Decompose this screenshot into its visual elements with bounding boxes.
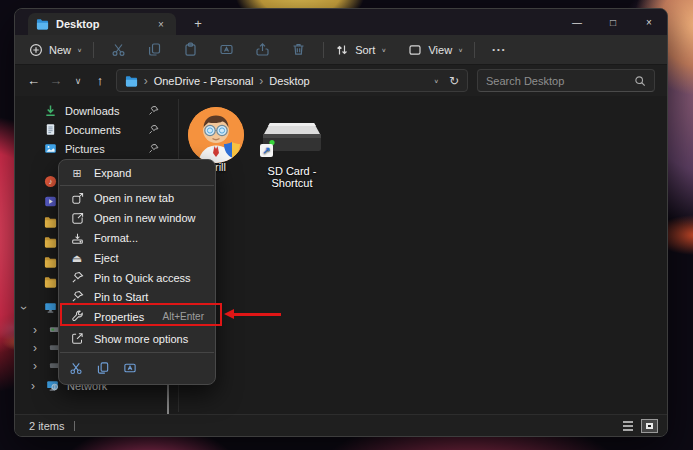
breadcrumb-onedrive[interactable]: OneDrive - Personal [154,75,254,87]
toolbar-separator [323,42,324,58]
chevron-collapsed-icon[interactable]: › [33,342,37,354]
maximize-button[interactable]: □ [595,9,631,35]
chevron-collapsed-icon[interactable]: › [31,380,35,392]
file-label-partial: rill [215,161,226,173]
menu-item-eject[interactable]: ⏏ Eject [59,248,215,268]
breadcrumb-chevron-icon: › [259,74,263,88]
menu-item-label: Format... [94,232,138,244]
file-explorer-window: Desktop × + — □ × New ∨ [14,8,668,437]
sidebar-item-documents[interactable]: Documents [15,120,175,139]
format-drive-icon [70,232,84,245]
menu-item-label: Show more options [94,333,188,345]
more-options-icon[interactable]: ••• [492,45,506,54]
menu-separator [60,185,214,186]
rename-icon[interactable] [219,42,234,57]
folder-icon [44,256,57,268]
tab-close-icon[interactable]: × [154,17,168,31]
forward-button[interactable]: → [49,73,62,88]
refresh-icon[interactable]: ↻ [449,74,459,88]
paste-icon[interactable] [183,42,198,57]
new-label: New [49,44,71,56]
tab-desktop[interactable]: Desktop × [28,13,176,35]
large-icons-view-icon[interactable] [641,419,658,433]
new-plus-icon [29,43,43,57]
new-button[interactable]: New ∨ [29,43,82,57]
chevron-expanded-icon[interactable]: › [18,306,30,310]
open-new-window-icon [70,212,84,225]
up-button[interactable]: ↑ [94,73,107,88]
sort-button[interactable]: Sort ∨ [335,43,386,57]
view-button[interactable]: View ∨ [408,43,463,57]
pin-icon [148,143,159,154]
pictures-icon [44,142,57,155]
breadcrumb-chevron-icon: › [144,74,148,88]
menu-item-label: Open in new window [94,212,196,224]
sort-icon [335,43,349,57]
menu-item-open-new-window[interactable]: Open in new window [59,208,215,228]
file-sd-card-shortcut[interactable]: ↗ SD Card - Shortcut [260,111,324,189]
details-view-icon[interactable] [620,418,636,434]
sidebar-item-label: Documents [65,124,121,136]
sidebar-item-label: Downloads [65,105,119,117]
open-new-tab-icon [70,192,84,205]
sd-card-icon: ↗ [261,111,323,163]
breadcrumb-desktop[interactable]: Desktop [269,75,309,87]
file-label-line1: SD Card - [260,165,324,177]
context-menu: ⊞ Expand Open in new tab Open in new win… [58,159,216,385]
new-tab-button[interactable]: + [189,16,207,31]
desktop-folder-icon [36,18,49,30]
menu-item-label: Pin to Quick access [94,272,191,284]
downloads-icon [44,104,57,117]
delete-icon[interactable] [291,42,306,57]
window-controls: — □ × [559,9,667,35]
menu-item-label: Expand [94,167,131,179]
menu-item-label: Open in new tab [94,192,174,204]
close-button[interactable]: × [631,9,667,35]
command-toolbar: New ∨ Sort ∨ View ∨ [15,35,667,65]
menu-item-pin-quick-access[interactable]: Pin to Quick access [59,268,215,287]
status-separator [74,421,75,431]
svg-text:♪: ♪ [49,177,53,186]
sidebar-item-label: Pictures [65,143,105,155]
rename-icon[interactable] [123,361,137,375]
menu-item-open-new-tab[interactable]: Open in new tab [59,188,215,208]
recent-locations-button[interactable]: ∨ [71,76,84,86]
menu-item-expand[interactable]: ⊞ Expand [59,163,215,183]
sidebar-item-pictures[interactable]: Pictures [15,139,175,158]
chevron-collapsed-icon[interactable]: › [33,360,37,372]
menu-item-show-more-options[interactable]: Show more options [59,327,215,350]
address-dropdown-icon[interactable]: ∨ [434,77,439,83]
menu-item-format[interactable]: Format... [59,228,215,248]
back-button[interactable]: ← [27,73,40,88]
sort-label: Sort [355,44,375,56]
copy-icon[interactable] [96,361,110,375]
file-avatar[interactable] [188,107,246,163]
pin-icon [148,105,159,116]
annotation-arrow [224,309,281,319]
pin-icon [70,290,84,303]
music-icon: ♪ [44,175,57,188]
documents-icon [44,123,57,136]
copy-icon[interactable] [147,42,162,57]
pin-icon [70,271,84,284]
minimize-button[interactable]: — [559,9,595,35]
chevron-down-icon: ∨ [381,46,386,52]
search-icon [634,75,646,87]
this-pc-icon [44,301,57,314]
address-bar[interactable]: › OneDrive - Personal › Desktop ∨ ↻ [116,69,468,92]
tab-title: Desktop [56,18,99,30]
chevron-down-icon: ∨ [77,46,82,52]
cut-icon[interactable] [111,42,126,57]
search-input[interactable] [486,75,628,87]
item-count: 2 items [29,420,64,432]
cut-icon[interactable] [69,361,83,375]
view-label: View [428,44,452,56]
show-more-options-icon [70,332,84,345]
status-bar: 2 items [15,414,667,436]
toolbar-separator [474,42,475,58]
shortcut-arrow-icon: ↗ [260,144,273,157]
share-icon[interactable] [255,42,270,57]
sidebar-item-downloads[interactable]: Downloads [15,101,175,120]
chevron-collapsed-icon[interactable]: › [33,324,37,336]
annotation-highlight-box [60,303,222,326]
